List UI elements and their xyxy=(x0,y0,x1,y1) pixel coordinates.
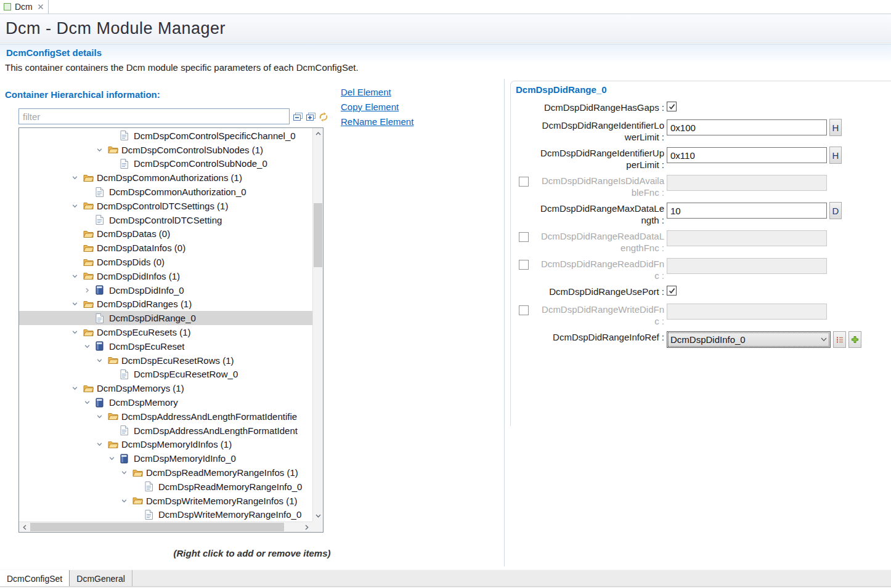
filter-input[interactable] xyxy=(18,108,290,124)
tree-row[interactable]: DcmDspWriteMemoryRangeInfo_0 xyxy=(19,508,312,522)
chevron-down-icon[interactable] xyxy=(84,344,96,349)
dcmdspdidrangereaddatalengthfnc-enable-checkbox[interactable] xyxy=(519,232,529,242)
dcmdspdidrangereaddidfnc-input xyxy=(667,258,827,274)
expand-all-icon[interactable] xyxy=(305,111,316,122)
folder-icon xyxy=(83,300,95,308)
folder-icon xyxy=(83,244,95,252)
tree-row[interactable]: DcmDspMemorys (1) xyxy=(19,381,312,395)
chevron-down-icon[interactable] xyxy=(121,470,132,475)
scroll-up-icon[interactable] xyxy=(313,129,323,139)
chevron-down-icon[interactable] xyxy=(71,175,83,180)
tree-indent xyxy=(19,150,96,150)
tree-row[interactable]: DcmDspComControlSpecificChannel_0 xyxy=(19,129,312,143)
tree-row[interactable]: DcmDspDidInfo_0 xyxy=(19,283,312,297)
dcmdspdidrangeidentifierupperlimit-input[interactable] xyxy=(667,147,827,163)
ref-list-button[interactable] xyxy=(833,331,846,348)
tree-row-label: DcmDspMemory xyxy=(107,397,178,408)
dcmdspdidrangehasgaps-checkbox[interactable] xyxy=(667,102,677,111)
scroll-down-icon[interactable] xyxy=(313,511,323,521)
details-form: DcmDspDidRangeHasGaps :DcmDspDidRangeIde… xyxy=(510,100,890,358)
tree-row[interactable]: DcmDspDidRanges (1) xyxy=(19,297,312,312)
dcmdspdidrangeisdidavailablefnc-input xyxy=(667,175,827,191)
tree-row[interactable]: DcmDspDataInfos (0) xyxy=(19,241,312,255)
tree-row[interactable]: DcmDspComControlSubNode_0 xyxy=(19,157,312,171)
chevron-down-icon[interactable] xyxy=(96,441,108,447)
tree-row[interactable]: DcmDspMemoryIdInfos (1) xyxy=(19,438,312,452)
chevron-down-icon[interactable] xyxy=(71,273,83,279)
chevron-down-icon[interactable] xyxy=(121,498,132,504)
decimal-format-button[interactable]: D xyxy=(829,202,842,219)
tree-row[interactable]: DcmDspReadMemoryRangeInfo_0 xyxy=(19,480,312,494)
tab-dcmgeneral[interactable]: DcmGeneral xyxy=(70,570,132,587)
chevron-down-icon[interactable] xyxy=(96,414,108,419)
chevron-down-icon[interactable] xyxy=(71,385,83,391)
tree-row[interactable]: DcmDspControlDTCSetting xyxy=(19,213,312,227)
dcmdspdidrangereaddidfnc-enable-checkbox[interactable] xyxy=(519,260,529,270)
tree-row[interactable]: DcmDspDatas (0) xyxy=(19,227,312,241)
dcmdspdidrangemaxdatalength-input[interactable] xyxy=(667,203,827,219)
scroll-right-icon[interactable] xyxy=(302,522,312,532)
dcmdspdidrangewritedidfnc-enable-checkbox[interactable] xyxy=(519,305,529,315)
hex-format-button[interactable]: H xyxy=(829,119,842,136)
chevron-right-icon[interactable] xyxy=(84,288,96,293)
chevron-down-icon[interactable] xyxy=(71,329,83,335)
tree-row[interactable]: DcmDspAddressAndLengthFormatIdent xyxy=(19,424,312,438)
hex-format-button[interactable]: H xyxy=(829,147,842,164)
horizontal-scrollbar[interactable] xyxy=(19,522,312,532)
add-reference-button[interactable] xyxy=(848,331,861,348)
tree-indent xyxy=(19,191,84,192)
tree-row[interactable]: DcmDspAddressAndLengthFormatIdentifie xyxy=(19,409,312,424)
tree-row[interactable]: DcmDspDidRange_0 xyxy=(19,311,312,325)
chevron-down-icon[interactable] xyxy=(818,337,830,342)
tree-row[interactable]: DcmDspDids (0) xyxy=(19,255,312,269)
tree-row[interactable]: DcmDspEcuReset xyxy=(19,339,312,353)
tree-row[interactable]: DcmDspCommonAuthorization_0 xyxy=(19,185,312,199)
page-tab-bar: DcmConfigSetDcmGeneral xyxy=(0,570,891,587)
link-copy-element[interactable]: Copy Element xyxy=(341,102,413,112)
scrollbar-corner xyxy=(312,522,323,532)
tree-row[interactable]: DcmDspMemory xyxy=(19,395,312,409)
link-del-element[interactable]: Del Element xyxy=(341,87,413,97)
editor-tab-dcm[interactable]: Dcm xyxy=(0,0,49,14)
tree-row[interactable]: DcmDspEcuResetRows (1) xyxy=(19,353,312,368)
folder-icon xyxy=(83,258,95,267)
dcmdspdidrangeinforef-combobox[interactable]: DcmDspDidInfo_0 xyxy=(667,331,831,348)
horizontal-scroll-thumb[interactable] xyxy=(30,523,284,531)
link-rename-element[interactable]: ReName Element xyxy=(341,116,413,127)
chevron-down-icon[interactable] xyxy=(96,147,108,153)
tree-row[interactable]: DcmDspControlDTCSettings (1) xyxy=(19,199,312,213)
tree-row[interactable]: DcmDspEcuResetRow_0 xyxy=(19,368,312,382)
tree-row[interactable]: DcmDspCommonAuthorizations (1) xyxy=(19,171,312,185)
tree-row[interactable]: DcmDspReadMemoryRangeInfos (1) xyxy=(19,465,312,480)
tree-row-label: DcmDspComControlSubNodes (1) xyxy=(120,145,263,155)
tree-indent xyxy=(19,430,108,431)
tree-row[interactable]: DcmDspComControlSubNodes (1) xyxy=(19,143,312,157)
tab-dcmconfigset[interactable]: DcmConfigSet xyxy=(0,570,70,587)
chevron-down-icon[interactable] xyxy=(96,358,108,363)
tree-indent xyxy=(19,262,71,262)
close-icon[interactable] xyxy=(38,4,44,10)
tree-row[interactable]: DcmDspDidInfos (1) xyxy=(19,269,312,283)
chevron-down-icon[interactable] xyxy=(71,301,83,307)
tree-indent xyxy=(19,514,133,515)
tree-row[interactable]: DcmDspEcuResets (1) xyxy=(19,325,312,339)
tree-indent xyxy=(19,248,71,248)
folder-icon xyxy=(108,412,120,421)
form-row: DcmDspDidRangeUsePort : xyxy=(510,284,890,302)
tree-indent xyxy=(19,501,121,501)
refresh-icon[interactable] xyxy=(318,111,329,122)
dcmdspdidrangeuseport-label: DcmDspDidRangeUsePort : xyxy=(540,284,664,297)
document-icon xyxy=(96,313,107,323)
vertical-scroll-thumb[interactable] xyxy=(314,203,322,267)
dcmdspdidrangeidentifierlowerlimit-input[interactable] xyxy=(667,119,827,135)
collapse-all-icon[interactable] xyxy=(292,111,303,122)
dcmdspdidrangeisdidavailablefnc-enable-checkbox[interactable] xyxy=(519,177,529,187)
chevron-down-icon[interactable] xyxy=(71,203,83,209)
tree-row[interactable]: DcmDspMemoryIdInfo_0 xyxy=(19,451,312,465)
tree-row[interactable]: DcmDspWriteMemoryRangeInfos (1) xyxy=(19,494,312,508)
chevron-down-icon[interactable] xyxy=(108,456,120,461)
vertical-scrollbar[interactable] xyxy=(312,128,323,522)
scroll-left-icon[interactable] xyxy=(20,522,30,532)
dcmdspdidrangeuseport-checkbox[interactable] xyxy=(667,286,677,296)
chevron-down-icon[interactable] xyxy=(84,400,96,405)
